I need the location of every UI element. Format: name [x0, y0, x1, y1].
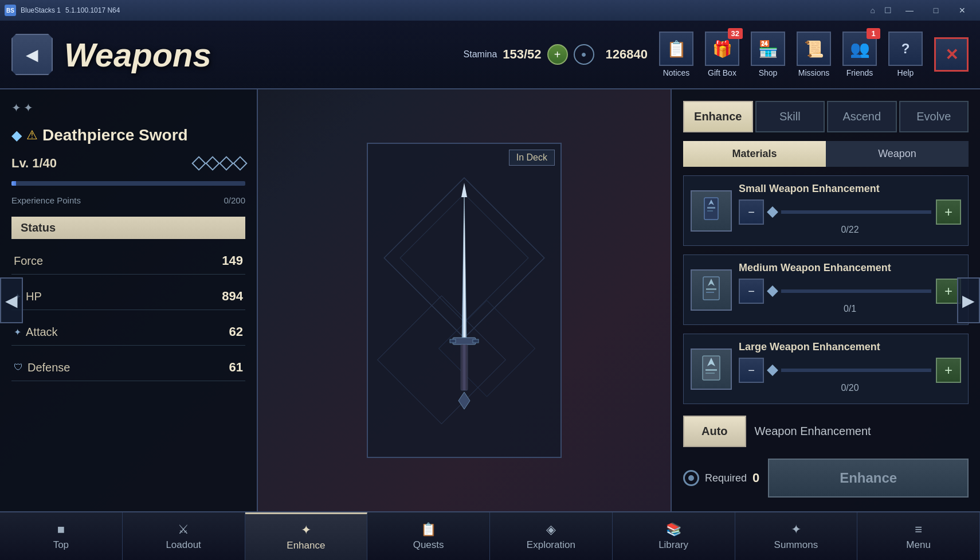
stamina-plus-button[interactable]: +	[547, 44, 568, 65]
required-dot	[688, 475, 694, 481]
medium-enhance-count: 0/1	[739, 304, 961, 314]
giftbox-label: Gift Box	[708, 68, 736, 77]
weapon-type-icon: ◆	[11, 127, 22, 143]
nav-item-missions[interactable]: 📜 Missions	[797, 32, 831, 77]
enhance-nav-icon: ✦	[301, 523, 311, 538]
stat-row-defense: 🛡 Defense 61	[11, 354, 245, 381]
next-weapon-button[interactable]: ▶	[957, 277, 980, 323]
small-enhance-info: Small Weapon Enhancement − + 0/22	[739, 183, 961, 238]
close-game-icon: ✕	[934, 37, 969, 72]
weapon-header: ✦ ✦	[11, 101, 245, 115]
svg-rect-17	[706, 288, 716, 290]
tab-evolve[interactable]: Evolve	[899, 101, 969, 132]
medium-enhance-item: Medium Weapon Enhancement − + 0/1	[683, 254, 969, 325]
title-bar-icons: ⌂ ☐	[871, 6, 892, 15]
weapon-display: In Deck	[367, 143, 562, 458]
sub-tab-materials[interactable]: Materials	[683, 141, 826, 167]
notices-icon-wrap: 📋	[659, 32, 693, 66]
bottom-nav-summons[interactable]: ✦ Summons	[735, 512, 858, 560]
force-value: 149	[222, 253, 243, 268]
tab-skill[interactable]: Skill	[755, 101, 825, 132]
main-tab-bar: Enhance Skill Ascend Evolve	[683, 101, 969, 132]
small-enhance-icon	[691, 190, 732, 232]
diamond-4	[233, 156, 247, 170]
app-logo: BS	[5, 5, 16, 16]
screen-icon[interactable]: ☐	[884, 6, 892, 15]
small-enhance-bar	[781, 210, 931, 214]
required-circle-icon	[683, 470, 699, 486]
large-enhance-bar	[781, 369, 931, 372]
svg-rect-21	[705, 369, 717, 371]
bottom-nav-library[interactable]: 📚 Library	[613, 512, 735, 560]
level-bar-wrap	[11, 181, 245, 186]
large-plus-button[interactable]: +	[936, 358, 961, 383]
level-bar-fill	[11, 181, 16, 186]
defense-label: 🛡 Defense	[14, 361, 70, 374]
auto-button[interactable]: Auto	[683, 416, 746, 447]
bottom-nav-enhance[interactable]: ✦ Enhance	[245, 512, 368, 560]
weapon-name-row: ◆ ⚠ Deathpierce Sword	[11, 126, 245, 144]
enhance-action-button[interactable]: Enhance	[768, 459, 969, 498]
small-plus-button[interactable]: +	[936, 199, 961, 225]
help-label: Help	[897, 68, 914, 77]
nav-item-giftbox[interactable]: 32 🎁 Gift Box	[705, 32, 739, 77]
sub-tab-bar: Materials Weapon	[683, 141, 969, 167]
library-nav-label: Library	[658, 539, 688, 551]
game-area: ◀ Weapons Stamina 153/52 + ● 126840 📋 No…	[0, 21, 980, 560]
quests-nav-label: Quests	[413, 539, 444, 551]
svg-rect-7	[450, 339, 456, 343]
weapon-warning-icon: ⚠	[26, 128, 38, 143]
minimize-button[interactable]: —	[896, 0, 923, 21]
bottom-nav-exploration[interactable]: ◈ Exploration	[490, 512, 613, 560]
page-title: Weapons	[64, 36, 211, 74]
currency-value: 126840	[606, 47, 648, 62]
svg-rect-8	[473, 339, 479, 343]
app-version: 5.1.100.1017 N64	[65, 6, 120, 14]
enhance-nav-label: Enhance	[287, 540, 325, 551]
svg-rect-9	[461, 344, 468, 390]
home-icon[interactable]: ⌂	[871, 6, 875, 15]
stamina-timer-icon: ●	[574, 44, 594, 65]
diamond-3	[219, 156, 233, 170]
large-minus-button[interactable]: −	[739, 358, 764, 383]
giftbox-badge: 32	[728, 28, 743, 39]
required-label: Required	[705, 472, 747, 484]
bottom-nav-loadout[interactable]: ⚔ Loadout	[123, 512, 245, 560]
nav-item-friends[interactable]: 1 👥 Friends	[842, 32, 877, 77]
close-button[interactable]: ✕	[949, 0, 975, 21]
bottom-nav-quests[interactable]: 📋 Quests	[367, 512, 490, 560]
exp-label: Experience Points	[11, 195, 81, 205]
right-panel: Enhance Skill Ascend Evolve Materials We…	[671, 89, 980, 511]
svg-rect-6	[453, 338, 476, 344]
large-enhance-count: 0/20	[739, 383, 961, 393]
large-diamond-indicator	[767, 365, 778, 376]
maximize-button[interactable]: □	[923, 0, 949, 21]
small-enhance-count: 0/22	[739, 225, 961, 235]
bottom-nav-top[interactable]: ■ Top	[0, 512, 123, 560]
small-enhance-name: Small Weapon Enhancement	[739, 183, 961, 195]
medium-minus-button[interactable]: −	[739, 279, 764, 304]
center-panel: In Deck	[258, 89, 671, 511]
exploration-nav-label: Exploration	[527, 539, 575, 551]
nav-item-shop[interactable]: 🏪 Shop	[751, 32, 785, 77]
diamond-1	[191, 156, 206, 170]
stamina-value: 153/52	[503, 47, 541, 62]
nav-close-button[interactable]: ✕	[934, 37, 969, 72]
required-and-enhance-row: Required 0 Enhance	[683, 459, 969, 498]
menu-nav-icon: ≡	[915, 522, 922, 537]
tab-ascend[interactable]: Ascend	[827, 101, 897, 132]
nav-item-help[interactable]: ? Help	[888, 32, 923, 77]
medium-enhance-name: Medium Weapon Enhancement	[739, 262, 961, 274]
level-value: Lv. 1/40	[11, 156, 57, 171]
exp-row: Experience Points 0/200	[11, 195, 245, 205]
main-content: ◀ ✦ ✦ ◆ ⚠ Deathpierce Sword Lv. 1/40	[0, 89, 980, 511]
small-minus-button[interactable]: −	[739, 199, 764, 225]
back-button[interactable]: ◀	[11, 34, 53, 75]
stamina-section: Stamina 153/52 + ●	[464, 44, 594, 65]
sub-tab-weapon[interactable]: Weapon	[826, 141, 969, 167]
summons-nav-label: Summons	[774, 539, 818, 551]
nav-item-notices[interactable]: 📋 Notices	[659, 32, 693, 77]
tab-enhance[interactable]: Enhance	[683, 101, 753, 132]
prev-weapon-button[interactable]: ◀	[0, 277, 23, 323]
bottom-nav-menu[interactable]: ≡ Menu	[857, 512, 980, 560]
